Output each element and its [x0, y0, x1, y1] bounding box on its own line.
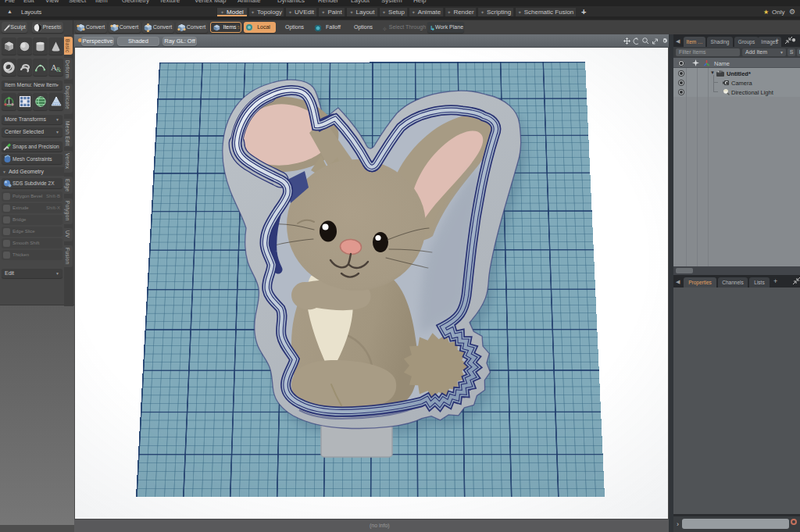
- svg-text:&: &: [56, 66, 62, 73]
